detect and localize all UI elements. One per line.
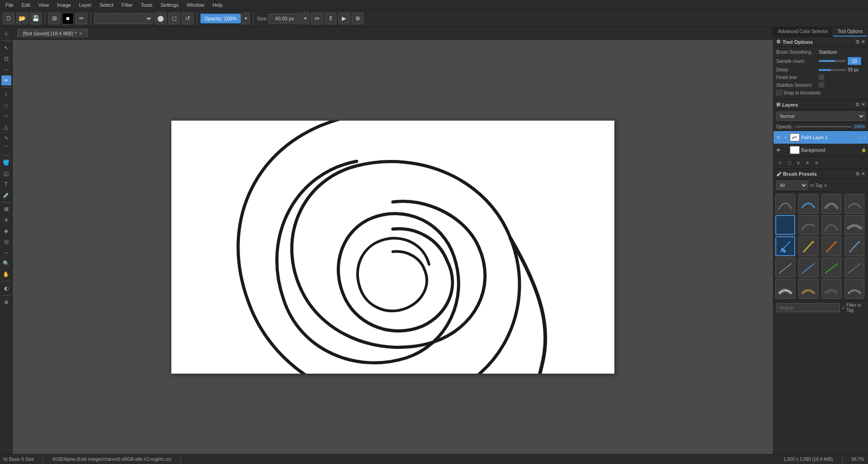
brush-select-button[interactable]: ✏: [75, 13, 87, 24]
brush-item-6[interactable]: [798, 215, 818, 235]
stabilize-sensors-checkbox[interactable]: ✓: [819, 82, 824, 88]
brush-search-input[interactable]: [776, 303, 840, 312]
layer-bg-lock[interactable]: 🔒: [861, 148, 866, 152]
frame-button[interactable]: ⊕: [352, 13, 363, 24]
opacity-input[interactable]: [200, 14, 241, 23]
brush-item-14[interactable]: [798, 258, 818, 277]
brush-item-3[interactable]: [821, 194, 841, 214]
brush-item-9[interactable]: [775, 236, 795, 256]
tool-assistant[interactable]: ◎: [1, 237, 11, 247]
mirror-v-button[interactable]: ⇕: [325, 13, 336, 24]
tool-options-header[interactable]: ⚙ Tool Options ⧉ ✕: [774, 37, 868, 47]
fill-button[interactable]: ⬤: [155, 13, 166, 24]
tool-options-float-button[interactable]: ⧉: [856, 39, 859, 45]
sample-count-slider[interactable]: [819, 60, 846, 62]
blend-mode-select[interactable]: Normal: [94, 13, 153, 24]
layers-duplicate-button[interactable]: □: [785, 159, 793, 167]
new-file-button[interactable]: 🗋: [3, 13, 14, 24]
layer-item-background[interactable]: 👁 Background 🔒: [774, 144, 868, 156]
tool-move[interactable]: ✛: [1, 215, 11, 225]
layers-header[interactable]: ⊞ Layers ⧉ ✕: [774, 100, 868, 110]
layers-menu-button[interactable]: ≡: [812, 159, 821, 167]
color-settings-button[interactable]: ⊞: [48, 13, 60, 24]
snap-assistants-checkbox[interactable]: [776, 90, 782, 95]
tool-line[interactable]: /: [1, 89, 11, 99]
brush-item-15[interactable]: [821, 258, 841, 277]
play-button[interactable]: ▶: [338, 13, 350, 24]
filter-in-tag-check[interactable]: ✓: [842, 305, 845, 310]
menu-tools[interactable]: Tools: [137, 1, 156, 9]
brush-item-17[interactable]: [775, 279, 795, 299]
layers-move-up-button[interactable]: ∧: [803, 159, 811, 167]
menu-filter[interactable]: Filter: [118, 1, 136, 9]
brush-item-12[interactable]: [844, 236, 864, 256]
layer-paint-icon2[interactable]: ✕: [863, 135, 866, 140]
save-file-button[interactable]: 💾: [30, 13, 42, 24]
erase-button[interactable]: ◻: [168, 13, 180, 24]
tool-bezier[interactable]: ∿: [1, 133, 11, 143]
drawing-canvas[interactable]: [171, 121, 614, 374]
brush-presets-float-button[interactable]: ⧉: [856, 171, 859, 177]
tool-pan[interactable]: ✋: [1, 269, 11, 279]
sample-count-input[interactable]: [848, 57, 861, 65]
tool-smart-patch[interactable]: ◈: [1, 226, 11, 236]
tool-transform[interactable]: ⊹: [1, 29, 11, 39]
delay-slider[interactable]: [819, 69, 846, 71]
brush-item-16[interactable]: [844, 258, 864, 277]
mirror-h-button[interactable]: ⇔: [311, 13, 323, 24]
brush-item-10[interactable]: [798, 236, 818, 256]
tool-options-close-button[interactable]: ✕: [861, 39, 865, 45]
brush-item-7[interactable]: [821, 215, 841, 235]
canvas-tab-item[interactable]: [Not Saved] (18.4 MiB) * ×: [17, 29, 88, 37]
finish-line-checkbox[interactable]: ✓: [819, 75, 824, 80]
menu-image[interactable]: Image: [53, 1, 75, 9]
menu-edit[interactable]: Edit: [18, 1, 34, 9]
layer-check-bg[interactable]: [783, 147, 788, 153]
tool-freehand-brush[interactable]: ✏: [1, 75, 11, 85]
tool-rect[interactable]: □: [1, 100, 11, 110]
tool-extra[interactable]: ⊕: [1, 297, 11, 307]
brush-item-5[interactable]: [775, 215, 795, 235]
tool-contiguous-select[interactable]: ⋯: [1, 65, 11, 75]
brush-item-11[interactable]: [821, 236, 841, 256]
opacity-down-button[interactable]: ▼: [242, 13, 250, 24]
tool-measure[interactable]: ↔: [1, 248, 11, 258]
layer-check-paint[interactable]: ✓: [783, 135, 788, 140]
brush-filter-select[interactable]: All: [776, 181, 808, 190]
canvas-close-button[interactable]: ×: [80, 31, 82, 36]
brush-item-19[interactable]: [821, 279, 841, 299]
brush-presets-close-button[interactable]: ✕: [861, 171, 865, 177]
tab-tool-options[interactable]: Tool Options: [833, 27, 868, 37]
tool-eyedropper[interactable]: 💉: [1, 190, 11, 200]
menu-settings[interactable]: Settings: [157, 1, 182, 9]
foreground-color-btn[interactable]: ■: [62, 13, 74, 24]
brush-item-2[interactable]: [798, 194, 818, 214]
brush-presets-header[interactable]: 🖌 Brush Presets ⧉ ✕: [774, 169, 868, 179]
layers-move-down-button[interactable]: ∨: [794, 159, 802, 167]
brush-item-8[interactable]: [844, 215, 864, 235]
tool-gradient[interactable]: ◱: [1, 169, 11, 178]
tool-freehand-select[interactable]: ⊡: [1, 54, 11, 64]
layer-item-paint[interactable]: 👁 ✓ Paint Layer 1 ⊙ ✕: [774, 131, 868, 144]
brush-item-18[interactable]: [798, 279, 818, 299]
layers-close-button[interactable]: ✕: [861, 102, 865, 108]
menu-view[interactable]: View: [35, 1, 53, 9]
tool-zoom[interactable]: 🔍: [1, 258, 11, 268]
tab-advanced-color[interactable]: Advanced Color Selector: [774, 27, 833, 37]
menu-select[interactable]: Select: [96, 1, 117, 9]
layers-opacity-slider[interactable]: [795, 126, 852, 127]
layer-eye-bg[interactable]: 👁: [775, 147, 782, 153]
layers-blend-mode-select[interactable]: Normal: [776, 112, 865, 121]
tool-color-label[interactable]: ◐: [1, 283, 11, 293]
brush-item-1[interactable]: [775, 194, 795, 214]
menu-layer[interactable]: Layer: [75, 1, 95, 9]
layers-add-button[interactable]: +: [776, 159, 784, 167]
open-file-button[interactable]: 📂: [16, 13, 28, 24]
tool-crop[interactable]: ⊠: [1, 204, 11, 214]
tool-text[interactable]: T: [1, 179, 11, 189]
undo-button[interactable]: ↺: [182, 13, 193, 24]
brush-options-button[interactable]: ≡: [824, 183, 827, 188]
brush-item-4[interactable]: [844, 194, 864, 214]
tool-polygon[interactable]: △: [1, 122, 11, 132]
menu-file[interactable]: File: [2, 1, 17, 9]
